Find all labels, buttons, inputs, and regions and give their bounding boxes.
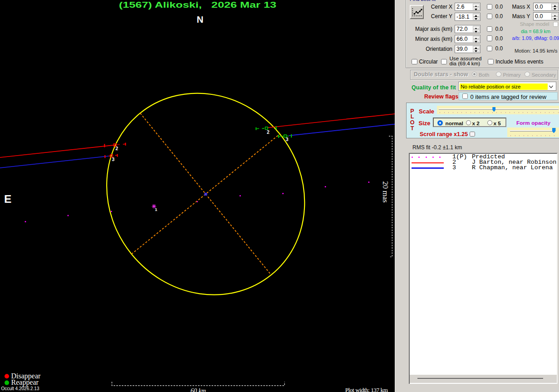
svg-text:2: 2 [267, 129, 270, 135]
svg-text:20 mas: 20 mas [381, 181, 390, 203]
svg-text:Occult 4.2026.2.13: Occult 4.2026.2.13 [1, 386, 39, 391]
svg-text:3: 3 [286, 137, 289, 142]
svg-text:N: N [197, 14, 204, 24]
svg-text:3: 3 [112, 157, 114, 162]
svg-text:60 km: 60 km [191, 387, 206, 392]
svg-text:2: 2 [116, 146, 118, 151]
svg-text:(1567) Alikoski, 2026 Mar 13: (1567) Alikoski, 2026 Mar 13 [119, 0, 276, 10]
svg-text:Reappear: Reappear [11, 378, 39, 387]
svg-text:E: E [4, 193, 11, 205]
svg-text:Plot width: 137 km: Plot width: 137 km [345, 387, 388, 392]
